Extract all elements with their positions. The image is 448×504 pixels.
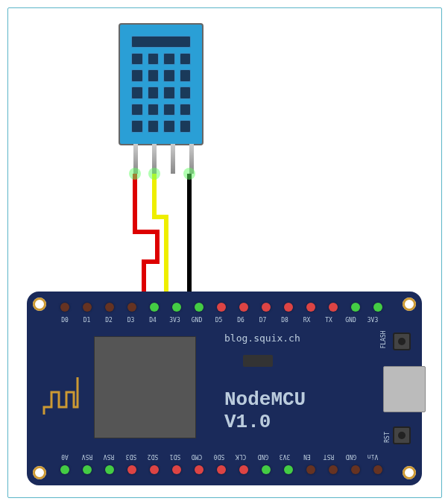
board-name: NodeMCU	[224, 388, 306, 411]
pin-label-RSV: RSV	[102, 453, 116, 460]
pin-label-Vin: Vin	[366, 453, 379, 460]
pin-label-RSV: RSV	[81, 453, 94, 460]
pin-label-RST: RST	[322, 453, 335, 460]
pin-label-3V3: 3V3	[168, 317, 182, 324]
top-pin-row	[60, 303, 382, 312]
board-version: V1.0	[224, 411, 271, 433]
pin-label-CMD: CMD	[190, 453, 204, 460]
pin-label-EN: EN	[300, 453, 314, 460]
pin-label-D6: D6	[234, 317, 247, 324]
wiring-diagram: D0D1D2D3D43V3GNDD5D6D7D8RXTXGND3V3 VinGN…	[7, 7, 442, 498]
blog-url: blog.squix.ch	[224, 333, 300, 344]
pin-label-SD3: SD3	[124, 453, 138, 460]
pin-label-RX: RX	[300, 317, 314, 324]
pin-label-SD1: SD1	[168, 453, 182, 460]
pin-label-SD2: SD2	[146, 453, 160, 460]
small-chip	[243, 355, 273, 367]
pin-label-SD0: SD0	[212, 453, 226, 460]
pin-label-3V3: 3V3	[366, 317, 379, 324]
pin-label-3V3: 3V3	[278, 453, 291, 460]
pin-label-GND: GND	[256, 453, 270, 460]
wire-data	[154, 174, 166, 306]
pin-label-GND: GND	[344, 453, 358, 460]
pin-label-GND: GND	[344, 317, 358, 324]
top-pin-labels: D0D1D2D3D43V3GNDD5D6D7D8RXTXGND3V3	[58, 317, 379, 324]
rst-button[interactable]	[393, 426, 411, 444]
dht11-sensor	[119, 23, 204, 145]
nodemcu-board: D0D1D2D3D43V3GNDD5D6D7D8RXTXGND3V3 VinGN…	[27, 292, 422, 485]
pin-label-D1: D1	[81, 317, 94, 324]
pin-label-A0: A0	[58, 453, 72, 460]
pin-label-TX: TX	[322, 317, 335, 324]
wire-vcc-d3	[135, 174, 157, 306]
pin-label-D7: D7	[256, 317, 270, 324]
pin-label-D8: D8	[278, 317, 291, 324]
usb-port-icon	[383, 366, 426, 412]
pin-label-GND: GND	[190, 317, 204, 324]
flash-button[interactable]	[393, 333, 411, 350]
rst-label: RST	[383, 432, 390, 442]
pin-label-D2: D2	[102, 317, 116, 324]
esp8266-chip	[94, 336, 196, 438]
antenna-icon	[40, 374, 81, 418]
pin-label-D3: D3	[124, 317, 138, 324]
dht11-legs	[119, 144, 201, 174]
pin-label-CLK: CLK	[234, 453, 247, 460]
pin-label-D5: D5	[212, 317, 226, 324]
pin-label-D4: D4	[146, 317, 160, 324]
pin-label-D0: D0	[58, 317, 72, 324]
flash-label: FLASH	[379, 330, 386, 348]
bottom-pin-labels: VinGNDRSTEN3V3GNDCLKSD0CMDSD1SD2SD3RSVRS…	[58, 453, 379, 460]
bottom-pin-row	[60, 465, 382, 474]
